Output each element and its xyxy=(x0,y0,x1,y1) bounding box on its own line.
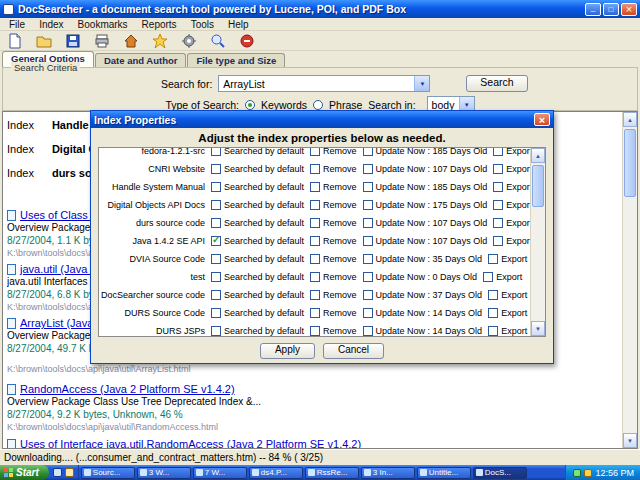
cancel-button[interactable]: Cancel xyxy=(323,343,384,359)
remove-checkbox[interactable] xyxy=(310,326,320,336)
save-icon[interactable] xyxy=(64,32,82,50)
export-checkbox[interactable] xyxy=(488,308,498,318)
export-checkbox[interactable] xyxy=(493,182,503,192)
export-checkbox[interactable] xyxy=(493,164,503,174)
remove-label: Remove xyxy=(323,254,357,264)
export-checkbox[interactable] xyxy=(493,200,503,210)
searched-by-default-checkbox[interactable] xyxy=(211,200,221,210)
searched-by-default-checkbox[interactable] xyxy=(211,308,221,318)
scroll-up-icon[interactable] xyxy=(623,112,637,127)
remove-checkbox[interactable] xyxy=(310,164,320,174)
bookmark-star-icon[interactable] xyxy=(151,32,169,50)
open-folder-icon[interactable] xyxy=(35,32,53,50)
update-now-checkbox[interactable] xyxy=(363,236,373,246)
scroll-up-icon[interactable] xyxy=(531,148,545,163)
main-scrollbar[interactable] xyxy=(622,112,637,448)
maximize-button[interactable] xyxy=(603,3,619,16)
remove-checkbox[interactable] xyxy=(310,147,320,156)
update-now-checkbox[interactable] xyxy=(363,164,373,174)
menu-item[interactable]: Reports xyxy=(135,19,184,30)
update-now-checkbox[interactable] xyxy=(363,147,373,156)
dialog-close-button[interactable] xyxy=(534,113,550,126)
menu-item[interactable]: Help xyxy=(221,19,256,30)
remove-checkbox[interactable] xyxy=(310,290,320,300)
result-link[interactable]: Uses of Interface java.util.RandomAccess… xyxy=(20,438,361,449)
export-checkbox[interactable] xyxy=(483,272,493,282)
scroll-down-icon[interactable] xyxy=(531,321,545,336)
remove-checkbox[interactable] xyxy=(310,218,320,228)
search-query-value[interactable]: ArrayList xyxy=(219,78,414,90)
task-button[interactable]: 7 W... xyxy=(193,467,247,479)
update-now-checkbox[interactable] xyxy=(363,182,373,192)
task-button[interactable]: Untitle... xyxy=(417,467,471,479)
minimize-button[interactable] xyxy=(585,3,601,16)
result-meta: 8/27/2004, 9.2 K bytes, Unknown, 46 % xyxy=(7,409,619,422)
task-button[interactable]: ds4.P... xyxy=(249,467,303,479)
searched-by-default-checkbox[interactable] xyxy=(211,272,221,282)
menu-item[interactable]: File xyxy=(2,19,32,30)
menu-item[interactable]: Tools xyxy=(184,19,221,30)
export-checkbox[interactable] xyxy=(493,236,503,246)
keywords-radio[interactable] xyxy=(245,100,255,110)
export-checkbox[interactable] xyxy=(488,290,498,300)
searched-by-default-checkbox[interactable] xyxy=(211,182,221,192)
dialog-scrollbar[interactable] xyxy=(530,148,545,336)
stop-icon[interactable] xyxy=(238,32,256,50)
export-checkbox[interactable] xyxy=(488,326,498,336)
close-button[interactable] xyxy=(621,3,637,16)
searched-by-default-checkbox[interactable] xyxy=(211,236,221,246)
update-now-checkbox[interactable] xyxy=(363,218,373,228)
home-icon[interactable] xyxy=(122,32,140,50)
update-now-checkbox[interactable] xyxy=(363,200,373,210)
settings-gear-icon[interactable] xyxy=(180,32,198,50)
combo-dropdown-icon[interactable] xyxy=(414,76,429,91)
update-now-checkbox[interactable] xyxy=(363,254,373,264)
export-checkbox[interactable] xyxy=(493,147,503,156)
remove-checkbox[interactable] xyxy=(310,272,320,282)
apply-button[interactable]: Apply xyxy=(260,343,315,359)
phrase-radio[interactable] xyxy=(313,100,323,110)
task-button[interactable]: 3 W... xyxy=(137,467,191,479)
export-checkbox[interactable] xyxy=(488,254,498,264)
search-button[interactable]: Search xyxy=(466,75,527,92)
quick-launch-icon[interactable] xyxy=(53,468,62,477)
tab[interactable]: Date and Author xyxy=(95,53,187,67)
result-link[interactable]: RandomAccess (Java 2 Platform SE v1.4.2) xyxy=(20,383,235,395)
new-document-icon[interactable] xyxy=(6,32,24,50)
menu-item[interactable]: Index xyxy=(32,19,70,30)
search-query-combobox[interactable]: ArrayList xyxy=(218,75,430,92)
search-in-value[interactable]: body xyxy=(428,99,459,111)
quick-launch-icon[interactable] xyxy=(65,468,74,477)
update-now-checkbox[interactable] xyxy=(363,290,373,300)
searched-by-default-checkbox[interactable] xyxy=(211,147,221,156)
remove-checkbox[interactable] xyxy=(310,254,320,264)
searched-by-default-checkbox[interactable] xyxy=(211,290,221,300)
task-button[interactable]: Sourc... xyxy=(81,467,135,479)
searched-by-default-checkbox[interactable] xyxy=(211,254,221,264)
scroll-down-icon[interactable] xyxy=(623,433,637,448)
start-button[interactable]: Start xyxy=(0,465,49,480)
index-property-row: fedora-1.2.1-src Searched by default Rem… xyxy=(99,147,530,160)
searched-by-default-checkbox[interactable] xyxy=(211,218,221,228)
search-icon[interactable] xyxy=(209,32,227,50)
scrollbar-thumb[interactable] xyxy=(532,165,544,207)
task-button[interactable]: DocS... xyxy=(473,467,527,479)
menu-item[interactable]: Bookmarks xyxy=(71,19,135,30)
remove-checkbox[interactable] xyxy=(310,182,320,192)
searched-by-default-checkbox[interactable] xyxy=(211,164,221,174)
task-button[interactable]: 3 In... xyxy=(361,467,415,479)
remove-checkbox[interactable] xyxy=(310,236,320,246)
remove-checkbox[interactable] xyxy=(310,200,320,210)
task-button[interactable]: RssRe... xyxy=(305,467,359,479)
update-now-checkbox[interactable] xyxy=(363,272,373,282)
tray-icon[interactable] xyxy=(584,469,592,477)
update-now-checkbox[interactable] xyxy=(363,308,373,318)
update-now-checkbox[interactable] xyxy=(363,326,373,336)
tray-icon[interactable] xyxy=(573,469,581,477)
searched-by-default-checkbox[interactable] xyxy=(211,326,221,336)
tab[interactable]: File type and Size xyxy=(187,53,285,67)
export-checkbox[interactable] xyxy=(493,218,503,228)
scrollbar-thumb[interactable] xyxy=(624,129,636,197)
print-icon[interactable] xyxy=(93,32,111,50)
remove-checkbox[interactable] xyxy=(310,308,320,318)
